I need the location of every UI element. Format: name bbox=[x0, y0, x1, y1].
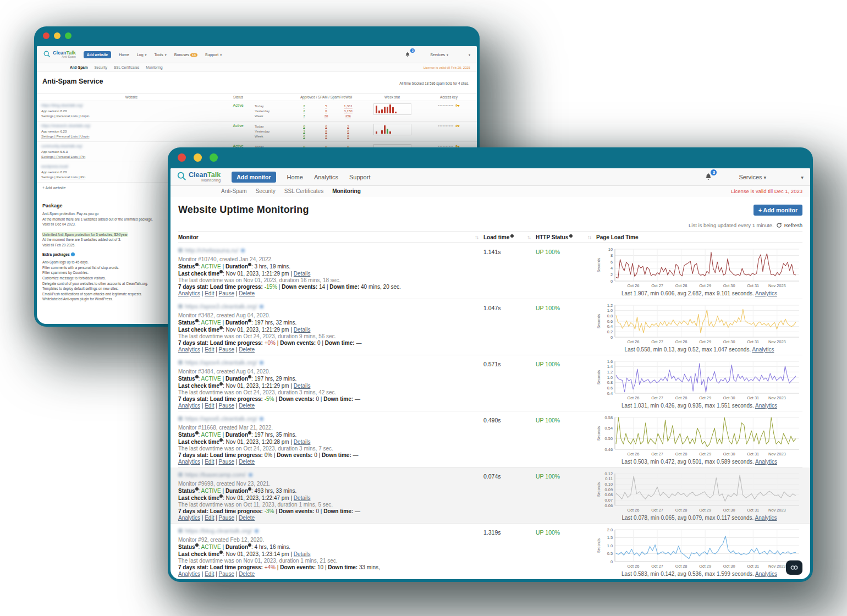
monitor-url[interactable]: https://basecamp.com/ bbox=[178, 471, 483, 478]
delete-link[interactable]: Delete bbox=[239, 346, 255, 353]
info-icon[interactable] bbox=[71, 252, 75, 256]
subnav-security[interactable]: Security bbox=[95, 65, 107, 69]
pause-link[interactable]: Pause bbox=[219, 290, 234, 296]
chart-analytics-link[interactable]: Analytics bbox=[755, 403, 777, 409]
refresh-icon[interactable] bbox=[776, 222, 782, 228]
delete-link[interactable]: Delete bbox=[239, 459, 255, 465]
notifications-bell[interactable]: 3 bbox=[405, 52, 410, 58]
sort-load-time-icon[interactable] bbox=[527, 234, 530, 240]
edit-icon[interactable] bbox=[260, 361, 263, 365]
monitor-url[interactable]: https://apox4.cleantalk.org/ bbox=[178, 359, 483, 366]
subnav-ssl[interactable]: SSL Certificates bbox=[284, 188, 323, 194]
details-link[interactable]: Details bbox=[294, 327, 311, 333]
approved-spam-counts[interactable]: 251,301 263,150 77025k bbox=[293, 103, 359, 118]
details-link[interactable]: Details bbox=[294, 495, 311, 501]
analytics-link[interactable]: Analytics bbox=[178, 346, 200, 353]
edit-link[interactable]: Edit bbox=[205, 290, 214, 296]
monitor-url[interactable]: https://apox3.cleantalk.org/ bbox=[178, 303, 483, 310]
monitor-url[interactable]: http://chebsauna.ru/ bbox=[178, 247, 483, 254]
account-caret[interactable] bbox=[799, 174, 804, 180]
minimize-window-button[interactable] bbox=[194, 153, 202, 162]
approved-spam-counts[interactable]: 002 380 688 bbox=[293, 124, 359, 139]
website-url[interactable]: https://blog.cleantalk.org/ bbox=[41, 103, 222, 107]
edit-link[interactable]: Edit bbox=[205, 459, 214, 465]
refresh-link[interactable]: Refresh bbox=[784, 222, 802, 228]
analytics-link[interactable]: Analytics bbox=[178, 515, 200, 521]
pause-link[interactable]: Pause bbox=[219, 346, 234, 353]
close-window-button[interactable] bbox=[43, 32, 50, 39]
delete-link[interactable]: Delete bbox=[239, 290, 255, 296]
svg-text:Oct 29: Oct 29 bbox=[699, 339, 711, 344]
chart-analytics-link[interactable]: Analytics bbox=[752, 346, 774, 353]
details-link[interactable]: Details bbox=[294, 439, 311, 445]
delete-link[interactable]: Delete bbox=[239, 515, 255, 521]
chart-analytics-link[interactable]: Analytics bbox=[755, 459, 777, 465]
link-badge[interactable] bbox=[786, 560, 802, 575]
edit-link[interactable]: Edit bbox=[205, 403, 214, 409]
monitor-url[interactable]: https://blog.cleantalk.org/ bbox=[178, 527, 483, 534]
maximize-window-button[interactable] bbox=[65, 32, 72, 39]
nav-analytics[interactable]: Analytics bbox=[314, 174, 338, 180]
pause-link[interactable]: Pause bbox=[219, 403, 234, 409]
nav-home[interactable]: Home bbox=[287, 174, 303, 180]
window-titlebar[interactable] bbox=[34, 26, 480, 46]
add-website-button[interactable]: Add website bbox=[84, 51, 111, 58]
edit-link[interactable]: Edit bbox=[205, 346, 214, 353]
analytics-link[interactable]: Analytics bbox=[178, 571, 200, 577]
edit-link[interactable]: Edit bbox=[205, 571, 214, 577]
account-caret[interactable] bbox=[467, 53, 470, 57]
add-monitor-button[interactable]: Add monitor bbox=[754, 205, 802, 216]
analytics-link[interactable]: Analytics bbox=[178, 459, 200, 465]
edit-icon[interactable] bbox=[255, 529, 258, 533]
subnav-security[interactable]: Security bbox=[256, 188, 276, 194]
subnav-anti-spam[interactable]: Anti-Spam bbox=[70, 65, 88, 69]
subnav-monitoring[interactable]: Monitoring bbox=[146, 65, 162, 69]
pause-link[interactable]: Pause bbox=[219, 459, 234, 465]
services-dropdown[interactable]: Services bbox=[430, 53, 448, 57]
website-row-links[interactable]: Settings | Personal Lists | Unpin bbox=[41, 113, 222, 118]
nav-tools[interactable]: Tools bbox=[155, 53, 167, 57]
edit-icon[interactable] bbox=[260, 305, 263, 309]
edit-link[interactable]: Edit bbox=[205, 515, 214, 521]
analytics-link[interactable]: Analytics bbox=[178, 290, 200, 296]
details-link[interactable]: Details bbox=[294, 551, 311, 557]
close-window-button[interactable] bbox=[178, 153, 186, 162]
minimize-window-button[interactable] bbox=[54, 32, 61, 39]
col-period bbox=[255, 95, 293, 99]
nav-support[interactable]: Support bbox=[349, 174, 371, 180]
chart-analytics-link[interactable]: Analytics bbox=[755, 290, 777, 296]
details-link[interactable]: Details bbox=[294, 383, 311, 389]
window-titlebar[interactable] bbox=[168, 147, 813, 168]
key-icon[interactable] bbox=[455, 124, 460, 129]
edit-icon[interactable] bbox=[241, 249, 245, 252]
website-url[interactable]: https://research.cleantalk.org/ bbox=[41, 124, 222, 128]
nav-home[interactable]: Home bbox=[119, 53, 129, 57]
sort-http-status-icon[interactable] bbox=[587, 234, 591, 240]
cleantalk-logo[interactable]: CleanTalkMonitoring bbox=[177, 172, 221, 183]
sort-monitor-icon[interactable] bbox=[475, 234, 478, 240]
chart-analytics-link[interactable]: Analytics bbox=[755, 515, 777, 521]
monitor-url[interactable]: https://apox6.cleantalk.org/ bbox=[178, 415, 483, 422]
subnav-monitoring[interactable]: Monitoring bbox=[332, 188, 361, 194]
details-link[interactable]: Details bbox=[294, 271, 311, 277]
edit-icon[interactable] bbox=[249, 473, 252, 477]
subnav-ssl[interactable]: SSL Certificates bbox=[114, 65, 139, 69]
cleantalk-logo[interactable]: CleanTalkAnti-Spam bbox=[43, 51, 76, 59]
nav-log[interactable]: Log bbox=[137, 53, 147, 57]
notifications-bell[interactable]: 3 bbox=[705, 173, 712, 182]
nav-support[interactable]: Support bbox=[205, 53, 222, 57]
website-row-links[interactable]: Settings | Personal Lists | Unpin bbox=[41, 134, 222, 139]
analytics-link[interactable]: Analytics bbox=[178, 403, 200, 409]
chart-analytics-link[interactable]: Analytics bbox=[755, 571, 777, 577]
add-monitor-nav-button[interactable]: Add monitor bbox=[232, 172, 276, 183]
services-dropdown[interactable]: Services bbox=[739, 174, 766, 180]
pause-link[interactable]: Pause bbox=[219, 571, 234, 577]
delete-link[interactable]: Delete bbox=[239, 403, 255, 409]
key-icon[interactable] bbox=[455, 103, 460, 108]
maximize-window-button[interactable] bbox=[210, 153, 218, 162]
nav-bonuses[interactable]: Bonuses 13 bbox=[174, 53, 197, 57]
edit-icon[interactable] bbox=[260, 417, 263, 421]
pause-link[interactable]: Pause bbox=[219, 515, 234, 521]
delete-link[interactable]: Delete bbox=[239, 571, 255, 577]
subnav-anti-spam[interactable]: Anti-Spam bbox=[221, 188, 247, 194]
